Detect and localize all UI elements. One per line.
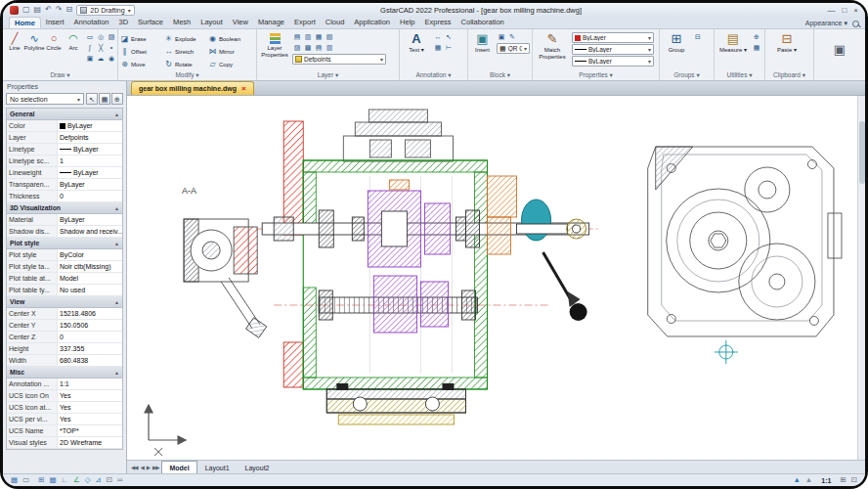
property-value[interactable]: 0 xyxy=(58,191,122,201)
osnap-icon[interactable]: ◇ xyxy=(85,476,91,484)
property-value[interactable]: 15218.4806 xyxy=(58,308,122,319)
ribbon-tab-collaboration[interactable]: Collaboration xyxy=(456,17,509,28)
circle-tool[interactable]: ○Circle xyxy=(44,30,64,51)
insert-block-button[interactable]: ▣ Insert xyxy=(470,30,495,54)
appearance-dropdown[interactable]: Appearance ▾ xyxy=(805,20,847,27)
ribbon-tab-view[interactable]: View xyxy=(228,17,253,28)
ribbon-tab-manage[interactable]: Manage xyxy=(253,17,289,28)
property-section-plot-style[interactable]: Plot style▲ xyxy=(7,238,122,249)
ribbon-tab-export[interactable]: Export xyxy=(289,17,321,28)
grid-icon[interactable]: ▦ xyxy=(49,476,56,484)
vertical-scrollbar[interactable] xyxy=(857,96,865,460)
layout-tab-layout2[interactable]: Layout2 xyxy=(238,461,278,473)
layer-lock-icon[interactable]: ▦ xyxy=(314,32,324,42)
paper-space-icon[interactable]: ▭ xyxy=(22,476,29,484)
point-icon[interactable]: • xyxy=(107,43,116,53)
ribbon-tab-express[interactable]: Express xyxy=(419,17,456,28)
ribbon-tab-cloud[interactable]: Cloud xyxy=(321,17,350,28)
property-value[interactable]: *TOP* xyxy=(58,425,122,436)
ortho-icon[interactable]: ∟ xyxy=(62,476,68,484)
property-value[interactable]: 680.4838 xyxy=(58,355,122,366)
property-section-3d-visualization[interactable]: 3D Visualization▲ xyxy=(7,202,122,214)
selection-dropdown[interactable]: No selection ▾ xyxy=(6,93,84,105)
utilities-panel-label[interactable]: Utilities ▾ xyxy=(716,69,762,80)
layout-nav-icon[interactable]: ◀ xyxy=(139,465,144,470)
property-value[interactable]: Noir ctb(Missing) xyxy=(58,261,122,272)
tab-close-icon[interactable]: × xyxy=(241,85,246,93)
annotation-panel-label[interactable]: Annotation ▾ xyxy=(402,69,465,80)
match-properties-button[interactable]: ✎ MatchProperties xyxy=(535,30,570,61)
ribbon-tab-help[interactable]: Help xyxy=(395,17,419,28)
layout-nav-icon[interactable]: ◀◀ xyxy=(130,465,138,470)
plugin-icon[interactable]: ▣ xyxy=(834,43,846,57)
save-icon[interactable]: ▤ xyxy=(34,6,42,14)
ribbon-tab-layout[interactable]: Layout xyxy=(195,17,228,28)
layer-color-icon[interactable]: ▧ xyxy=(325,32,334,42)
property-value[interactable]: ByLayer xyxy=(58,167,122,178)
clipboard-panel-label[interactable]: Clipboard ▾ xyxy=(767,69,811,80)
quick-calc-icon[interactable]: ▦ xyxy=(752,43,761,53)
ribbon-tab-annotation[interactable]: Annotation xyxy=(69,17,114,28)
search-icon[interactable] xyxy=(852,21,859,27)
property-value[interactable]: Defpoints xyxy=(58,132,122,143)
stretch-tool[interactable]: ↔Stretch xyxy=(164,45,207,58)
layout-nav-icon[interactable]: ▶ xyxy=(146,465,151,470)
revision-cloud-icon[interactable]: ☁ xyxy=(96,54,106,64)
leader-icon[interactable]: ↖ xyxy=(444,32,454,42)
layer-previous-icon[interactable]: ▥ xyxy=(325,43,334,53)
erase-tool[interactable]: ◪Erase xyxy=(120,32,163,45)
id-point-icon[interactable]: ⊕ xyxy=(752,32,761,42)
linear-dimension-icon[interactable]: ↔ xyxy=(433,32,443,42)
property-section-misc[interactable]: Misc▲ xyxy=(7,367,122,378)
property-value[interactable]: ByLayer xyxy=(58,214,122,225)
ellipse-icon[interactable]: ◎ xyxy=(96,32,106,42)
layer-off-icon[interactable]: ▩ xyxy=(303,43,313,53)
dimension-style-icon[interactable]: ⊢ xyxy=(444,43,454,53)
block-panel-label[interactable]: Block ▾ xyxy=(470,69,530,80)
property-section-general[interactable]: General▲ xyxy=(7,109,122,120)
table-icon[interactable]: ▦ xyxy=(433,43,443,53)
toggle-pickadd-icon[interactable]: ⊕ xyxy=(111,93,123,105)
undo-icon[interactable]: ↶ xyxy=(45,6,52,14)
minimize-button[interactable]: — xyxy=(827,6,835,15)
polyline-tool[interactable]: ∿Polyline xyxy=(24,30,44,51)
ribbon-tab-mesh[interactable]: Mesh xyxy=(168,17,195,28)
quick-select-icon[interactable]: ▦ xyxy=(99,93,110,105)
line-tool[interactable]: ╱Line xyxy=(5,30,24,51)
region-icon[interactable]: ▣ xyxy=(85,54,95,64)
layout-nav-icon[interactable]: ▶▶ xyxy=(152,465,159,470)
layout-tab-model[interactable]: Model xyxy=(161,461,196,473)
property-value[interactable]: Yes xyxy=(58,414,122,424)
annotation-autoscale-icon[interactable]: ▲ xyxy=(805,476,812,484)
print-icon[interactable]: ⊟ xyxy=(66,6,73,14)
ribbon-tab-insert[interactable]: Insert xyxy=(41,17,69,28)
ribbon-tab-home[interactable]: Home xyxy=(9,17,41,28)
property-value[interactable]: 1:1 xyxy=(58,378,122,389)
layer-match-icon[interactable]: ▤ xyxy=(314,43,324,53)
document-tab[interactable]: gear box milling machine.dwg × xyxy=(131,81,254,95)
draw-panel-label[interactable]: Draw ▾ xyxy=(5,69,115,80)
property-value[interactable]: ByLayer xyxy=(58,144,122,155)
donut-icon[interactable]: ◉ xyxy=(107,54,116,64)
modify-panel-label[interactable]: Modify ▾ xyxy=(120,69,254,80)
ribbon-tab-3d[interactable]: 3D xyxy=(113,17,133,28)
annotation-scale-label[interactable]: 1:1 xyxy=(821,477,831,484)
property-section-view[interactable]: View▲ xyxy=(7,296,122,308)
ribbon-tab-surface[interactable]: Surface xyxy=(133,17,168,28)
lineweight-icon[interactable]: ═ xyxy=(117,476,122,484)
close-button[interactable]: × xyxy=(853,6,858,15)
snap-icon[interactable]: ⊞ xyxy=(38,476,44,484)
otrack-icon[interactable]: ⊿ xyxy=(95,476,101,484)
hatch-icon[interactable]: ▨ xyxy=(107,32,116,42)
boolean-tool[interactable]: ◉Boolean xyxy=(208,32,251,45)
layer-freeze-icon[interactable]: ▥ xyxy=(303,32,313,42)
clean-screen-icon[interactable]: ⊡ xyxy=(851,476,857,484)
property-value[interactable]: Shadow and receiv... xyxy=(58,226,122,237)
linetype-control[interactable]: ByLayer▾ xyxy=(572,44,654,55)
edit-block-icon[interactable]: ✎ xyxy=(507,32,517,42)
ungroup-icon[interactable]: ⊟ xyxy=(693,32,703,42)
text-button[interactable]: A Text ▾ xyxy=(402,30,431,54)
properties-panel-label[interactable]: Properties ▾ xyxy=(535,69,657,80)
property-value[interactable]: No used xyxy=(58,285,122,295)
layer-dropdown[interactable]: Defpoints ▾ xyxy=(292,54,386,65)
